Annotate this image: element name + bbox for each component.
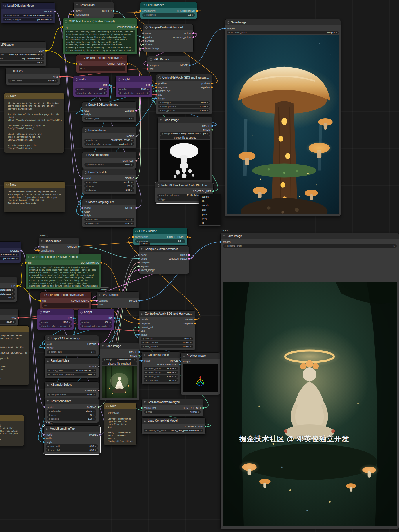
- collapse-icon[interactable]: [76, 78, 78, 81]
- node-header[interactable]: Load ControlNet Model: [142, 418, 205, 424]
- collapse-icon[interactable]: [43, 294, 45, 296]
- decrement-icon[interactable]: ◀: [5, 18, 6, 21]
- clip-input-port[interactable]: [75, 63, 78, 65]
- sampler-input-port[interactable]: [142, 40, 144, 42]
- increment-icon[interactable]: ▶: [94, 393, 95, 396]
- increment-icon[interactable]: ▶: [110, 325, 111, 327]
- increment-icon[interactable]: ▶: [94, 414, 95, 416]
- sigmas-input-port[interactable]: [142, 43, 144, 46]
- max_shift-widget[interactable]: ◀max_shift1.15▶: [84, 218, 134, 221]
- steps-widget[interactable]: ◀steps28▶: [84, 184, 134, 188]
- positive-input-port[interactable]: [138, 318, 140, 321]
- negative-input-port[interactable]: [138, 322, 140, 325]
- strength-widget[interactable]: ◀strength0.60▶: [158, 101, 210, 104]
- node-header[interactable]: CLIP Text Encode (Positive Prompt): [26, 254, 101, 260]
- note-text[interactable]: The reference sampling implementation au…: [0, 423, 22, 444]
- clip_name1-widget[interactable]: ◀clip_name1t5xxl_fp8_e4m3fn.safetensors▶: [0, 53, 44, 57]
- height-2[interactable]: heightINT◀value800▶◀control_after_genera…: [78, 309, 115, 330]
- node-header[interactable]: Preview Image: [181, 353, 220, 359]
- vae-input-port[interactable]: [138, 330, 140, 332]
- positive-output-port[interactable]: [194, 318, 196, 321]
- height-input-port[interactable]: [43, 441, 45, 443]
- node-header[interactable]: Load Diffusion Model: [1, 3, 55, 9]
- width-2[interactable]: widthINT◀value1200▶◀control_after_genera…: [37, 309, 74, 330]
- scheduler-widget[interactable]: ◀schedulersimple▶: [47, 409, 96, 413]
- CONTROL_NET-output-port[interactable]: [202, 407, 204, 409]
- node-header[interactable]: CLIP Text Encode (Negative Prompt): [40, 292, 91, 298]
- increment-icon[interactable]: ▶: [50, 14, 52, 17]
- CONDITIONING-output-port[interactable]: [100, 262, 102, 264]
- node-graph-canvas[interactable]: Load Diffusion ModelMODEL◀unet_nameflux1…: [0, 0, 399, 532]
- node-header[interactable]: OpenPose Pose: [142, 352, 180, 358]
- increment-icon[interactable]: ▶: [55, 80, 57, 82]
- node-header[interactable]: Note: [4, 182, 65, 188]
- node-header[interactable]: CLIP Text Encode (Negative Prompt): [76, 55, 127, 61]
- empty-sd3-latent-2[interactable]: EmptySD3LatentImagewidthLATENTheight◀bat…: [44, 335, 99, 356]
- set-union-controlnet-type-1[interactable]: SetUnionControlNetTypecontrol_netCONTROL…: [141, 399, 203, 416]
- node-header[interactable]: ModelSamplingFlux: [82, 199, 136, 205]
- noise_seed-widget[interactable]: ◀noise_seed1078547336120386▶: [84, 139, 134, 142]
- model-sampling-flux-1[interactable]: ModelSamplingFluxmodelMODELwidthheight◀m…: [82, 199, 136, 228]
- increment-icon[interactable]: ▶: [175, 375, 176, 378]
- increment-icon[interactable]: ▶: [69, 325, 70, 327]
- vae-input-port[interactable]: [96, 303, 98, 306]
- value-widget[interactable]: ◀value1200▶: [118, 88, 150, 91]
- height-1[interactable]: heightINT◀value1200▶◀control_after_gener…: [115, 76, 152, 97]
- empty-sd3-latent-1[interactable]: EmptySD3LatentImagewidthLATENTheight◀bat…: [82, 101, 136, 123]
- load-controlnet-model-1[interactable]: Load ControlNet ModelCONTROL_NET◀control…: [141, 417, 206, 435]
- increment-icon[interactable]: ▶: [94, 373, 95, 376]
- node-header[interactable]: DualCLIPLoader: [0, 277, 17, 283]
- sampler-input-port[interactable]: [138, 261, 140, 264]
- node-header[interactable]: Note: [0, 415, 24, 421]
- decrement-icon[interactable]: ◀: [86, 181, 87, 183]
- model-sampling-flux-2[interactable]: ModelSamplingFluxmodelMODELwidthheight◀m…: [43, 425, 100, 454]
- controlnet-apply-1[interactable]: ControlNetApply SD3 and HunyuanDiTpositi…: [156, 74, 212, 114]
- collapse-icon[interactable]: [47, 337, 49, 340]
- model-input-port[interactable]: [43, 433, 45, 436]
- collapse-icon[interactable]: [141, 313, 143, 315]
- clip-input-port[interactable]: [61, 26, 64, 28]
- node-header[interactable]: KSamplerSelect: [45, 382, 99, 388]
- increment-icon[interactable]: ▶: [94, 410, 95, 412]
- decrement-icon[interactable]: ◀: [103, 359, 105, 361]
- increment-icon[interactable]: ▶: [207, 109, 208, 112]
- node-header[interactable]: ControlNetApply SD3 and HunyuanDiT: [139, 311, 195, 317]
- width-input-port[interactable]: [43, 343, 46, 345]
- denoise-widget[interactable]: ◀denoise1.00▶: [84, 188, 134, 192]
- controlnet-apply-2[interactable]: ControlNetApply SD3 and HunyuanDiTpositi…: [139, 310, 195, 351]
- increment-icon[interactable]: ▶: [175, 371, 176, 374]
- control_net-input-port[interactable]: [155, 90, 157, 92]
- node-header[interactable]: Save Image: [221, 233, 399, 239]
- decrement-icon[interactable]: ◀: [86, 185, 87, 187]
- load-image-1[interactable]: Load ImageIMAGEMASK◀imageComfyUI_temp_pu…: [157, 117, 212, 183]
- collapse-icon[interactable]: [41, 240, 43, 242]
- prompt-textarea[interactable]: text: [79, 66, 125, 71]
- increment-icon[interactable]: ▶: [131, 222, 133, 225]
- dual-clip-loader-2[interactable]: DualCLIPLoaderCLIP◀clip_name1t5xxl_fp8_e…: [0, 277, 17, 302]
- clip-text-encode-positive-1[interactable]: CLIP Text Encode (Positive Prompt)clipCO…: [62, 18, 138, 54]
- load-vae-1[interactable]: Load VAEVAE◀vae_nameae.sft▶: [5, 68, 60, 85]
- increment-icon[interactable]: ▶: [201, 429, 202, 432]
- SAMPLER-output-port[interactable]: [97, 389, 100, 392]
- control_after_generate-widget[interactable]: ◀control_after_generate▶: [118, 91, 150, 95]
- decrement-icon[interactable]: ◀: [47, 445, 49, 447]
- detect_face-widget[interactable]: ◀detect_facedisable▶: [144, 375, 178, 378]
- collapse-icon[interactable]: [102, 345, 104, 347]
- random-noise-1[interactable]: RandomNoiseNOISE◀noise_seed1078547336120…: [82, 127, 136, 148]
- node-header[interactable]: SamplerCustomAdvanced: [139, 246, 189, 252]
- sampler_name-widget[interactable]: ◀sampler_nameeuler▶: [47, 393, 96, 396]
- CLIP-output-port[interactable]: [45, 50, 47, 52]
- increment-icon[interactable]: ▶: [94, 369, 95, 372]
- decrement-icon[interactable]: ◀: [77, 88, 78, 90]
- decrement-icon[interactable]: ◀: [48, 373, 50, 376]
- SIGMAS-output-port[interactable]: [97, 406, 100, 408]
- collapse-icon[interactable]: [6, 95, 9, 97]
- collapse-icon[interactable]: [80, 311, 83, 314]
- image-input-port[interactable]: [155, 97, 157, 100]
- MODEL-output-port[interactable]: [20, 249, 22, 252]
- decrement-icon[interactable]: ◀: [142, 345, 144, 348]
- decrement-icon[interactable]: ◀: [41, 321, 42, 323]
- collapse-icon[interactable]: [8, 70, 10, 72]
- decrement-icon[interactable]: ◀: [86, 117, 87, 120]
- sigmas-input-port[interactable]: [138, 265, 140, 267]
